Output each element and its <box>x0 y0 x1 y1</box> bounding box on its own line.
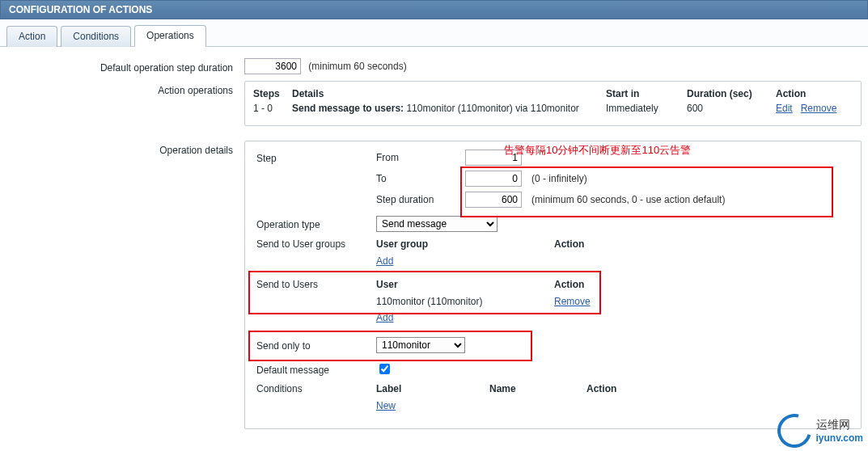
panel-title: CONFIGURATION OF ACTIONS <box>9 4 152 15</box>
ops-col-steps: Steps <box>253 88 292 99</box>
user-cell: 110monitor (110monitor) <box>376 293 554 310</box>
input-default-step-duration[interactable] <box>244 58 301 74</box>
ops-header-row: Steps Details Start in Duration (sec) Ac… <box>253 88 853 99</box>
conditions-table: Label Name Action New <box>376 380 716 414</box>
col-name: Name <box>489 380 586 398</box>
tab-action[interactable]: Action <box>6 26 57 47</box>
user-groups-add-link[interactable]: Add <box>376 255 393 267</box>
ops-cell-duration: 600 <box>687 103 776 114</box>
ops-cell-steps: 1 - 0 <box>253 103 292 114</box>
inner-row-conditions: Conditions Label Name Action New <box>256 380 849 414</box>
table-row: 110monitor (110monitor) Remove <box>376 293 716 310</box>
input-step-to[interactable] <box>465 171 522 187</box>
col-user: User <box>376 276 554 293</box>
ops-cell-start: Immediately <box>606 103 687 114</box>
operation-details-box: 告警每隔10分钟不间断更新至110云告警 Step From To <box>244 141 862 429</box>
watermark-line1: 运维网 <box>816 418 863 432</box>
row-operation-details: Operation details 告警每隔10分钟不间断更新至110云告警 S… <box>6 141 862 429</box>
label-default-message: Default message <box>256 361 376 376</box>
label-from: From <box>376 152 465 163</box>
label-step-duration: Step duration <box>376 194 465 205</box>
inner-row-user-groups: Send to User groups User group Action Ad… <box>256 235 849 269</box>
user-remove-link[interactable]: Remove <box>554 296 591 307</box>
row-action-operations: Action operations Steps Details Start in… <box>6 81 862 126</box>
hint-step-duration: (minimum 60 seconds, 0 - use action defa… <box>531 194 725 205</box>
inner-row-step: Step From To (0 - infinitely) <box>256 150 849 208</box>
input-step-from[interactable] <box>465 150 522 166</box>
label-to: To <box>376 173 465 184</box>
users-table: User Action 110monitor (110monitor) Remo… <box>376 276 716 326</box>
label-default-step-duration: Default operation step duration <box>6 58 244 74</box>
input-step-duration[interactable] <box>465 192 522 208</box>
hint-default-step-duration: (minimum 60 seconds) <box>308 61 406 72</box>
ops-col-start: Start in <box>606 88 687 99</box>
tab-operations[interactable]: Operations <box>134 25 206 47</box>
ops-details-prefix: Send message to users: <box>292 103 404 114</box>
label-operation-details: Operation details <box>6 141 244 156</box>
watermark: 运维网 iyunv.com <box>777 414 863 448</box>
row-default-step-duration: Default operation step duration (minimum… <box>6 58 862 74</box>
ops-details-rest: 110monitor (110monitor) via 110monitor <box>404 103 579 114</box>
col-user-group-action: Action <box>554 235 716 253</box>
ops-edit-link[interactable]: Edit <box>776 103 793 114</box>
form-area: Default operation step duration (minimum… <box>0 47 868 451</box>
col-cond-action: Action <box>586 380 716 398</box>
user-groups-table: User group Action Add <box>376 235 716 269</box>
tab-conditions[interactable]: Conditions <box>61 26 131 47</box>
panel-header: CONFIGURATION OF ACTIONS <box>0 0 868 19</box>
ops-cell-details: Send message to users: 110monitor (110mo… <box>292 103 606 114</box>
label-step: Step <box>256 150 376 164</box>
ops-remove-link[interactable]: Remove <box>801 103 837 114</box>
step-grid: From To (0 - infinitely) Step duration <box>376 150 849 208</box>
label-send-to-users: Send to Users <box>256 276 376 290</box>
inner-row-default-message: Default message <box>256 361 849 377</box>
conditions-new-link[interactable]: New <box>376 400 396 411</box>
label-action-operations: Action operations <box>6 81 244 96</box>
col-user-group: User group <box>376 235 554 253</box>
inner-row-send-to-users: Send to Users User Action 110monitor (11… <box>256 276 849 326</box>
ops-cell-action: Edit Remove <box>776 103 853 114</box>
ops-col-details: Details <box>292 88 606 99</box>
select-operation-type[interactable]: Send message <box>376 216 498 232</box>
action-operations-box: Steps Details Start in Duration (sec) Ac… <box>244 81 862 126</box>
watermark-line2: iyunv.com <box>816 432 863 444</box>
label-send-only-to: Send only to <box>256 337 376 352</box>
watermark-logo-icon <box>771 407 817 451</box>
inner-row-send-only-to: Send only to 110monitor <box>256 337 849 353</box>
ops-col-action: Action <box>776 88 853 99</box>
ops-row: 1 - 0 Send message to users: 110monitor … <box>253 103 853 114</box>
ops-col-duration: Duration (sec) <box>687 88 776 99</box>
col-label: Label <box>376 380 489 398</box>
select-send-only-to[interactable]: 110monitor <box>376 337 465 353</box>
label-send-to-user-groups: Send to User groups <box>256 235 376 250</box>
inner-row-operation-type: Operation type Send message <box>256 216 849 232</box>
tabs: Action Conditions Operations <box>0 19 868 47</box>
users-add-link[interactable]: Add <box>376 312 393 323</box>
label-operation-type: Operation type <box>256 216 376 230</box>
label-conditions: Conditions <box>256 380 376 394</box>
col-user-action: Action <box>554 276 716 293</box>
checkbox-default-message[interactable] <box>379 364 390 374</box>
hint-to: (0 - infinitely) <box>531 173 587 184</box>
